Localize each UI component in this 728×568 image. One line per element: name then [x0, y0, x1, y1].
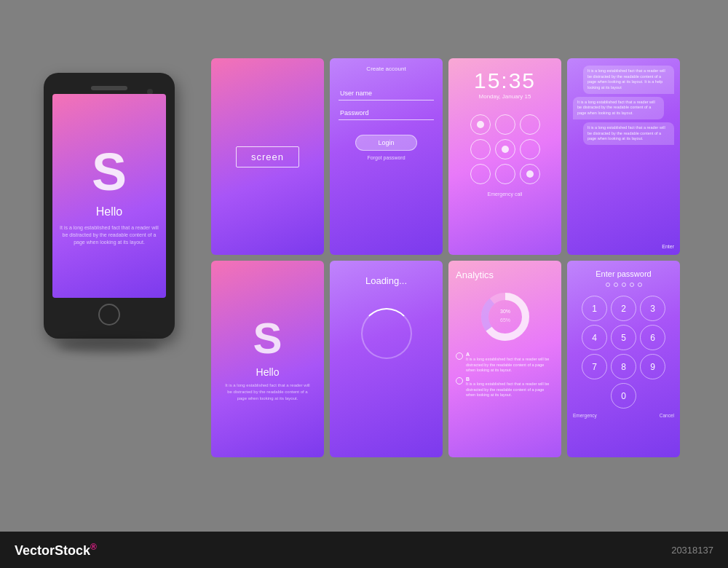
- pin-grid: [470, 114, 540, 184]
- analytics-title: Analytics: [456, 269, 494, 280]
- username-field: User name: [339, 87, 434, 100]
- enter-button[interactable]: Enter: [662, 244, 674, 249]
- legend-dot-a: [456, 352, 463, 360]
- svg-text:65%: 65%: [499, 317, 510, 323]
- legend-dot-b: [456, 377, 463, 384]
- password-dot-1: [606, 283, 610, 287]
- phone-subtext: It is a long established fact that a rea…: [52, 224, 166, 245]
- screen-chat: It is a long established fact that a rea…: [567, 58, 680, 255]
- screens-grid: screen Create account User name Password…: [211, 58, 680, 457]
- hello-text: Hello: [256, 366, 280, 378]
- screen-time: 15:35 Monday, January 15 Emergency call: [448, 58, 561, 255]
- phone-screen: S Hello It is a long established fact th…: [52, 94, 166, 298]
- password-dot-2: [614, 283, 618, 287]
- hello-subtext: It is a long established fact that a rea…: [218, 382, 317, 402]
- numpad-empty-2: [640, 383, 665, 409]
- svg-text:30%: 30%: [499, 309, 510, 314]
- loading-title: Loading...: [365, 275, 407, 286]
- phone-body: S Hello It is a long established fact th…: [44, 73, 175, 339]
- password-title: Enter password: [596, 269, 651, 278]
- numpad: 1 2 3 4 5 6 7 8 9 0: [582, 296, 665, 409]
- numpad-3[interactable]: 3: [640, 296, 665, 321]
- numpad-empty: [582, 383, 607, 409]
- phone-s-letter: S: [92, 146, 127, 198]
- legend-label-b: B: [466, 376, 554, 382]
- pin-dot-9[interactable]: [520, 164, 540, 184]
- legend-item-a: A It is a long established fact that a r…: [456, 352, 554, 374]
- pin-dot-1[interactable]: [470, 114, 491, 135]
- watermark-brand: VectorStock®: [15, 542, 97, 559]
- pin-dot-6[interactable]: [520, 139, 540, 159]
- password-dots: [606, 283, 642, 287]
- analytics-legend: A It is a long established fact that a r…: [456, 352, 554, 401]
- phone-hello: Hello: [96, 205, 122, 218]
- donut-svg: 30% 65%: [476, 288, 534, 346]
- pin-dot-8[interactable]: [495, 164, 515, 184]
- chat-bubble-1: It is a long established fact that a rea…: [583, 66, 674, 94]
- numpad-4[interactable]: 4: [582, 325, 607, 350]
- numpad-8[interactable]: 8: [611, 354, 636, 379]
- legend-item-b: B It is a long established fact that a r…: [456, 376, 554, 398]
- legend-label-a: A: [466, 352, 554, 357]
- password-dot-3: [622, 283, 626, 287]
- screen-lock: screen: [211, 58, 324, 255]
- numpad-0[interactable]: 0: [611, 383, 636, 409]
- date-display: Monday, January 15: [479, 93, 531, 100]
- pin-dot-2[interactable]: [495, 114, 515, 135]
- watermark-bar: VectorStock® 20318137: [0, 532, 728, 568]
- login-title: Create account: [366, 66, 405, 72]
- donut-chart: 30% 65%: [476, 288, 534, 346]
- watermark-reg: ®: [90, 542, 97, 552]
- phone-home-button[interactable]: [98, 304, 120, 326]
- pin-dot-3[interactable]: [520, 114, 540, 135]
- screen-label: screen: [236, 146, 299, 167]
- chat-bubble-2: It is a long established fact that a rea…: [573, 97, 664, 119]
- password-dot-5: [638, 283, 642, 287]
- watermark-id: 20318137: [671, 545, 713, 556]
- pin-dot-4[interactable]: [470, 139, 491, 159]
- chat-bubble-3: It is a long established fact that a rea…: [583, 122, 674, 145]
- cancel-link[interactable]: Cancel: [660, 413, 674, 418]
- emergency-link[interactable]: Emergency: [573, 413, 597, 418]
- phone-mockup: S Hello It is a long established fact th…: [44, 73, 175, 353]
- screen-hello: S Hello It is a long established fact th…: [211, 261, 324, 457]
- numpad-5[interactable]: 5: [611, 325, 636, 350]
- login-button[interactable]: Login: [355, 135, 416, 151]
- screen-analytics: Analytics 30% 65% A It is a long establi…: [448, 261, 561, 457]
- pin-dot-5[interactable]: [495, 139, 515, 159]
- screen-password: Enter password 1 2 3 4 5 6 7 8 9 0 Emerg…: [567, 261, 680, 457]
- screen-login: Create account User name Password Login …: [330, 58, 443, 255]
- legend-text-a: It is a long established fact that a rea…: [466, 357, 554, 374]
- s-letter: S: [253, 317, 282, 360]
- loading-spinner: [361, 308, 412, 359]
- phone-shadow: [58, 339, 160, 353]
- numpad-6[interactable]: 6: [640, 325, 665, 350]
- legend-text-b: It is a long established fact that a rea…: [466, 382, 554, 398]
- password-dot-4: [630, 283, 634, 287]
- numpad-9[interactable]: 9: [640, 354, 665, 379]
- phone-speaker: [91, 86, 127, 90]
- password-bottom-bar: Emergency Cancel: [573, 413, 674, 418]
- forgot-password-link[interactable]: Forgot password: [367, 155, 405, 160]
- numpad-2[interactable]: 2: [611, 296, 636, 321]
- password-field: Password: [339, 106, 434, 120]
- emergency-call[interactable]: Emergency call: [488, 192, 523, 197]
- numpad-1[interactable]: 1: [582, 296, 607, 321]
- pin-dot-7[interactable]: [470, 164, 491, 184]
- screen-loading: Loading...: [330, 261, 443, 457]
- clock-display: 15:35: [474, 68, 536, 93]
- numpad-7[interactable]: 7: [582, 354, 607, 379]
